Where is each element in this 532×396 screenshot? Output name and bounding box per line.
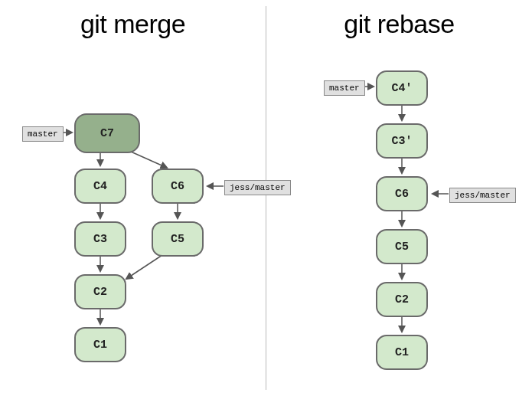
merge-panel: git merge maste bbox=[0, 0, 266, 396]
rebase-commit-c5: C5 bbox=[376, 229, 428, 264]
merge-commit-c5: C5 bbox=[152, 221, 204, 257]
merge-master-ref: master bbox=[22, 126, 64, 142]
rebase-commit-c1: C1 bbox=[376, 335, 428, 370]
rebase-commit-c4p: C4' bbox=[376, 70, 428, 106]
rebase-master-ref: master bbox=[324, 80, 365, 96]
merge-commit-c3: C3 bbox=[74, 221, 126, 257]
merge-commit-c7: C7 bbox=[74, 113, 140, 153]
merge-arrows bbox=[0, 0, 266, 396]
svg-line-7 bbox=[126, 255, 162, 279]
rebase-commit-c2: C2 bbox=[376, 282, 428, 317]
merge-commit-c2: C2 bbox=[74, 274, 126, 309]
merge-commit-c6: C6 bbox=[152, 169, 204, 204]
merge-commit-c4: C4 bbox=[74, 169, 126, 204]
rebase-commit-c3p: C3' bbox=[376, 123, 428, 159]
rebase-title: git rebase bbox=[266, 9, 532, 39]
merge-title: git merge bbox=[0, 9, 266, 39]
rebase-commit-c6: C6 bbox=[376, 176, 428, 211]
rebase-jess-ref: jess/master bbox=[449, 188, 516, 203]
rebase-panel: git rebase master C4' C3' C6 bbox=[266, 0, 532, 396]
merge-commit-c1: C1 bbox=[74, 327, 126, 362]
